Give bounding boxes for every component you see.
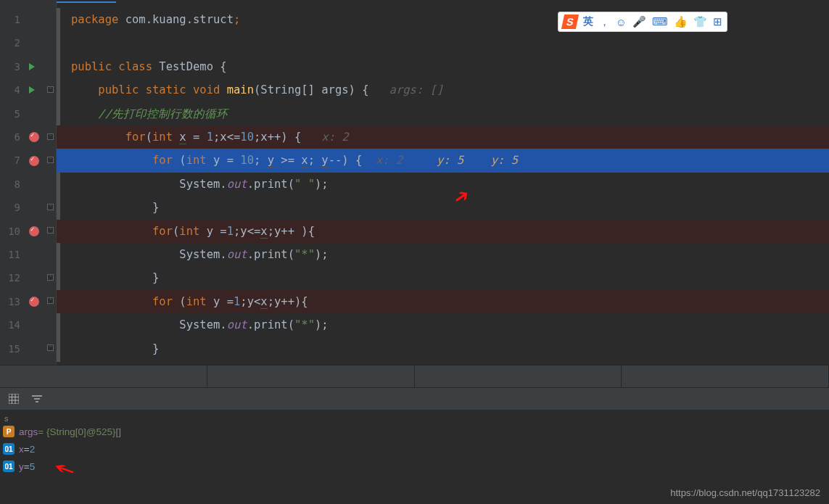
line-number: 1	[0, 8, 20, 31]
hand-icon[interactable]: 👍	[674, 15, 688, 28]
line-number: 11	[0, 243, 20, 266]
line-number: 3	[0, 55, 20, 78]
code-line[interactable]: public class TestDemo {	[71, 55, 829, 78]
code-line[interactable]: }	[71, 337, 829, 360]
code-line[interactable]: System.out.print("*");	[71, 243, 829, 266]
breakpoint-icon[interactable]	[29, 226, 39, 236]
line-number: 5	[0, 102, 20, 125]
code-line[interactable]: for(int x = 1;x<=10;x++) { x: 2	[57, 125, 829, 149]
var-value: = {String[0]@525}	[38, 426, 115, 437]
line-number: 13	[0, 290, 20, 313]
ime-lang[interactable]: 英	[583, 15, 593, 28]
code-line[interactable]: //先打印控制行数的循环	[71, 102, 829, 125]
int-icon: 01	[3, 443, 15, 455]
code-line[interactable]: }	[71, 196, 829, 219]
code-line[interactable]: }	[71, 266, 829, 289]
fold-icon[interactable]	[47, 344, 54, 351]
ime-toolbar[interactable]: S 英 ， ☺ 🎤 ⌨ 👍 👕 ⊞	[558, 12, 727, 32]
var-value: 2	[30, 444, 36, 455]
code-line-current[interactable]: for (int y = 10; y >= x; y--) { x: 2 y: …	[57, 149, 829, 172]
filter-icon[interactable]	[32, 394, 42, 404]
code-line[interactable]: for(int y =1;y<=x;y++ ){	[57, 220, 829, 243]
mic-icon[interactable]: 🎤	[632, 15, 646, 28]
debug-toolbar	[0, 388, 829, 410]
emoji-icon[interactable]: ☺	[616, 16, 627, 28]
variable-row[interactable]: 01 x = 2	[3, 440, 829, 458]
var-value: 5	[30, 461, 36, 472]
vars-header: s	[3, 414, 829, 423]
keyboard-icon[interactable]: ⌨	[652, 15, 668, 28]
sogou-logo-icon[interactable]: S	[561, 15, 579, 29]
line-number: 4	[0, 78, 20, 102]
code-line[interactable]: System.out.print(" ");	[71, 173, 829, 196]
run-icon[interactable]	[29, 63, 35, 70]
breakpoint-icon[interactable]	[29, 297, 39, 307]
table-view-icon[interactable]	[9, 394, 19, 404]
fold-icon[interactable]	[47, 297, 54, 304]
line-number: 9	[0, 196, 20, 219]
var-name: y	[19, 461, 24, 472]
variable-row[interactable]: P args = {String[0]@525} []	[3, 423, 829, 440]
variable-row[interactable]: 01 y = 5	[3, 458, 829, 475]
line-number: 15	[0, 337, 20, 360]
watermark: https://blog.csdn.net/qq1731123282	[670, 487, 820, 498]
code-line[interactable]: public static void main(String[] args) {…	[71, 78, 829, 102]
run-icon[interactable]	[29, 86, 35, 94]
code-area[interactable]: package com.kuang.struct; public class T…	[57, 0, 829, 365]
breakpoint-icon[interactable]	[29, 132, 39, 142]
fold-icon[interactable]	[47, 133, 54, 140]
code-editor[interactable]: 1 2 3 4 5 6 7 8 9 10 11 12 13 14 15 pack…	[0, 0, 829, 365]
gutter: 1 2 3 4 5 6 7 8 9 10 11 12 13 14 15	[0, 0, 57, 365]
breakpoint-icon[interactable]	[29, 156, 39, 166]
fold-icon[interactable]	[47, 274, 54, 281]
var-name: args	[19, 426, 38, 437]
fold-icon[interactable]	[47, 227, 54, 234]
svg-rect-0	[9, 394, 19, 404]
param-icon: P	[3, 426, 15, 437]
fold-icon[interactable]	[47, 204, 54, 210]
line-number: 7	[0, 149, 20, 172]
int-icon: 01	[3, 460, 15, 472]
line-number: 12	[0, 266, 20, 289]
line-number: 8	[0, 173, 20, 196]
code-line[interactable]: System.out.print("*");	[71, 313, 829, 336]
line-number: 2	[0, 31, 20, 54]
comma-icon[interactable]: ，	[599, 15, 610, 29]
fold-icon[interactable]	[47, 86, 54, 93]
grid-icon[interactable]: ⊞	[713, 15, 722, 28]
fold-icon[interactable]	[47, 157, 54, 163]
var-name: x	[19, 444, 24, 455]
code-line[interactable]: for (int y =1;y<x;y++){	[57, 290, 829, 313]
shirt-icon[interactable]: 👕	[693, 15, 707, 28]
line-number: 14	[0, 313, 20, 336]
line-number: 6	[0, 125, 20, 149]
var-array: []	[115, 426, 121, 437]
line-number: 10	[0, 220, 20, 243]
breadcrumb-bar	[0, 365, 829, 388]
